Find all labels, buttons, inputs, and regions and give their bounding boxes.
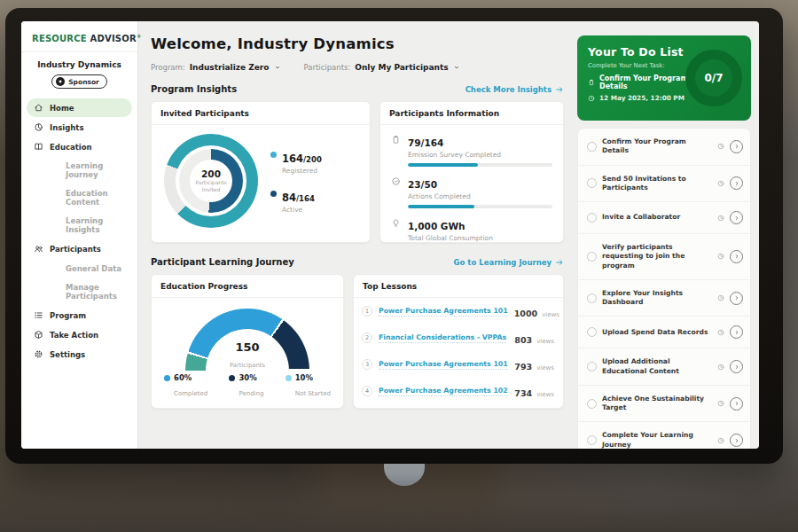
todo-task-row[interactable]: Invite a Collaborator	[578, 202, 750, 234]
todo-task-row[interactable]: Upload Spend Data Records	[578, 317, 750, 348]
task-checkbox[interactable]	[587, 362, 597, 372]
todo-task-row[interactable]: Achieve One Sustainability Target	[578, 386, 750, 423]
todo-summary-card: Your To Do List Complete Your Next Task:…	[577, 35, 751, 121]
education-progress-title: Education Progress	[152, 275, 343, 298]
program-dropdown[interactable]: Program: Industrialize Zero	[151, 63, 281, 72]
gauge-center-label: 150 Participants	[185, 340, 309, 371]
chevron-right-icon	[733, 253, 740, 260]
sidebar-item[interactable]: Home	[27, 98, 132, 117]
main-content: Welcome, Industry Dynamics Program: Indu…	[139, 21, 573, 449]
task-checkbox[interactable]	[587, 142, 597, 152]
sidebar-item[interactable]: Manage Participants	[27, 278, 132, 305]
task-open-button[interactable]	[730, 250, 743, 263]
stat-label: Total Global Consumption	[408, 234, 552, 242]
lesson-link[interactable]: Power Purchase Agreements 101	[379, 360, 508, 370]
gauge-legend-item: 30% Pending	[229, 373, 263, 399]
stat-row: 79/164 Emission Survey Completed	[380, 133, 563, 167]
chevron-right-icon	[733, 437, 740, 444]
sidebar-item-label: Settings	[50, 350, 85, 359]
sidebar-item-label: Education	[50, 143, 92, 152]
legend-dot	[229, 375, 235, 381]
clock-icon	[717, 364, 724, 371]
clock-icon	[717, 329, 724, 336]
todo-task-row[interactable]: Explore Your Insights Dashboard	[578, 280, 750, 317]
clipboard-icon	[588, 79, 595, 86]
stat-value: 23/50	[408, 179, 437, 190]
donut-legend: 164/200 Registered 84/164 Active	[270, 149, 322, 214]
arrow-right-icon	[555, 258, 564, 267]
task-open-button[interactable]	[730, 397, 743, 411]
task-checkbox[interactable]	[587, 252, 597, 262]
sidebar-item-label: General Data	[66, 264, 121, 273]
gauge-legend: 60% Completed 30% Pending	[152, 373, 343, 399]
sidebar-item-icon	[34, 349, 43, 359]
todo-task-row[interactable]: Confirm Your Program Details	[578, 129, 750, 166]
sidebar-item[interactable]: Participants	[27, 239, 132, 258]
todo-task-row[interactable]: Upload Additional Educational Content	[578, 348, 750, 386]
task-checkbox[interactable]	[587, 327, 597, 337]
stat-row: 1,000 GWh Total Global Consumption	[380, 216, 563, 242]
task-checkbox[interactable]	[587, 178, 597, 188]
donut-legend-item: 84/164 Active	[270, 188, 322, 214]
sidebar-item[interactable]: Education	[27, 137, 132, 156]
sidebar-item[interactable]: Learning Journey	[27, 157, 132, 184]
task-label: Complete Your Learning Journey	[602, 431, 712, 449]
lesson-views: 1000 views	[514, 303, 559, 320]
education-gauge: 150 Participants	[185, 309, 309, 371]
sidebar-item[interactable]: Education Content	[27, 184, 132, 211]
program-dropdown-label: Program:	[151, 63, 185, 72]
task-open-button[interactable]	[730, 360, 743, 373]
todo-task-row[interactable]: Verify participants requesting to join t…	[578, 234, 750, 280]
sidebar-item[interactable]: Take Action	[27, 325, 132, 344]
task-open-button[interactable]	[730, 434, 743, 447]
task-checkbox[interactable]	[587, 435, 597, 445]
lesson-row: 1 Power Purchase Agreements 101 1000 vie…	[354, 298, 563, 325]
sidebar-item-label: Learning Journey	[66, 161, 127, 179]
check-more-insights-link[interactable]: Check More Insights	[466, 85, 564, 94]
task-open-button[interactable]	[730, 325, 743, 339]
chevron-right-icon	[733, 400, 740, 407]
legend-dot	[164, 375, 170, 381]
go-to-learning-journey-link[interactable]: Go to Learning Journey	[454, 258, 564, 267]
program-insights-heading: Program Insights	[151, 84, 237, 94]
sidebar-item[interactable]: General Data	[27, 259, 132, 278]
lesson-views: 793 views	[514, 356, 554, 373]
chevron-right-icon	[733, 329, 740, 336]
lesson-link[interactable]: Financial Considerations - VPPAs	[379, 333, 506, 343]
logo-word-resource: RESOURCE	[32, 34, 87, 43]
legend-dot	[270, 191, 277, 197]
sidebar-item-label: Program	[50, 311, 86, 320]
stat-value: 1,000 GWh	[408, 221, 466, 231]
task-checkbox[interactable]	[587, 293, 597, 303]
sidebar-item-icon	[50, 221, 59, 231]
stat-icon	[391, 218, 401, 228]
lesson-link[interactable]: Power Purchase Agreements 102	[379, 387, 508, 396]
todo-task-row[interactable]: Send 50 Invitations to Participants	[578, 166, 750, 203]
clock-icon	[717, 143, 724, 150]
sidebar-item-label: Home	[50, 104, 74, 113]
stat-label: Emission Survey Completed	[408, 151, 552, 159]
sidebar-item[interactable]: Settings	[27, 345, 132, 364]
participants-dropdown[interactable]: Participants: Only My Participants	[304, 63, 460, 72]
task-label: Upload Spend Data Records	[602, 328, 712, 337]
sidebar-item[interactable]: Learning Insights	[27, 212, 132, 239]
task-checkbox[interactable]	[587, 213, 597, 223]
task-open-button[interactable]	[730, 176, 743, 190]
participants-information-title: Participants Information	[380, 102, 563, 125]
task-open-button[interactable]	[730, 292, 743, 305]
sidebar-item-label: Manage Participants	[66, 283, 127, 301]
donut-legend-item: 164/200 Registered	[270, 149, 322, 175]
participants-dropdown-label: Participants:	[304, 63, 351, 72]
participants-information-card: Participants Information 79/164 Emission…	[379, 101, 564, 243]
sidebar-item[interactable]: Program	[27, 306, 132, 325]
todo-task-row[interactable]: Complete Your Learning Journey	[578, 422, 750, 449]
lesson-row: 4 Power Purchase Agreements 102 734 view…	[354, 378, 563, 404]
task-open-button[interactable]	[730, 140, 743, 153]
lesson-rank: 1	[362, 306, 372, 317]
task-open-button[interactable]	[730, 211, 743, 224]
sidebar-item[interactable]: Insights	[27, 118, 132, 137]
task-checkbox[interactable]	[587, 399, 597, 409]
lesson-link[interactable]: Power Purchase Agreements 101	[379, 307, 508, 317]
education-progress-card: Education Progress 150 Participants	[151, 274, 344, 409]
todo-next-task: Confirm Your Program Details	[588, 74, 701, 90]
